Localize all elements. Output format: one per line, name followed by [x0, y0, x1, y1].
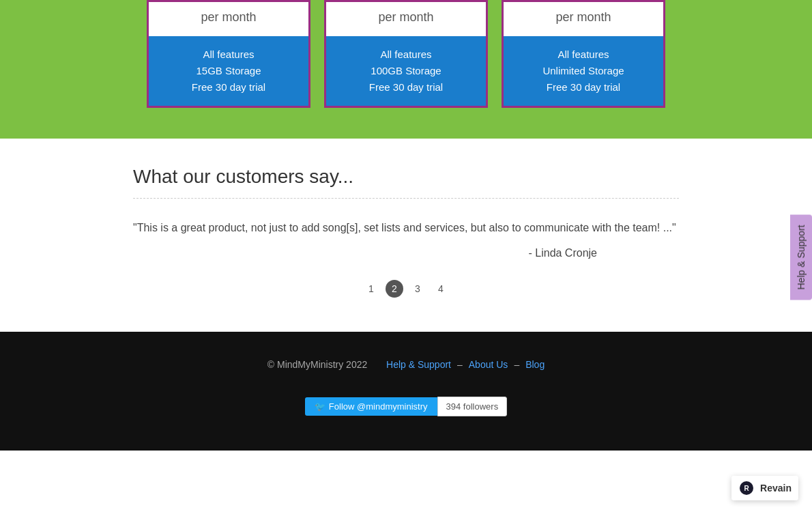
- footer-link-blog[interactable]: Blog: [525, 359, 545, 373]
- footer-separator-1: –: [454, 359, 465, 373]
- pricing-cards-wrapper: per month All features 15GB Storage Free…: [133, 0, 679, 122]
- testimonial-wrapper: What our customers say... "This is a gre…: [119, 139, 693, 332]
- twitter-follower-count: 394 followers: [437, 397, 508, 416]
- pricing-card-3-top: per month: [504, 2, 663, 36]
- pricing-card-2-features: All features: [336, 46, 476, 63]
- testimonial-author: - Linda Cronje: [133, 247, 679, 259]
- testimonial-title: What our customers say...: [133, 166, 679, 188]
- footer: © MindMyMinistry 2022 Help & Support – A…: [0, 332, 812, 451]
- pricing-card-2-per-month: per month: [378, 10, 433, 25]
- content-area: What our customers say... "This is a gre…: [0, 139, 812, 332]
- pricing-card-3-storage: Unlimited Storage: [514, 63, 653, 79]
- pricing-card-1-features: All features: [159, 46, 298, 63]
- footer-copyright: © MindMyMinistry 2022: [267, 359, 367, 370]
- pagination: 1 2 3 4: [133, 280, 679, 298]
- pricing-card-1-trial: Free 30 day trial: [159, 79, 298, 96]
- testimonial-divider: [133, 198, 679, 199]
- pricing-card-2-trial: Free 30 day trial: [336, 79, 476, 96]
- pricing-card-3: per month All features Unlimited Storage…: [502, 0, 665, 108]
- pricing-card-1-per-month: per month: [201, 10, 256, 25]
- pagination-page-1[interactable]: 1: [362, 280, 380, 298]
- pagination-page-4[interactable]: 4: [432, 280, 450, 298]
- pricing-card-3-bottom: All features Unlimited Storage Free 30 d…: [504, 36, 663, 106]
- twitter-follow-text: Follow @mindmyministry: [329, 401, 428, 412]
- pricing-card-1-storage: 15GB Storage: [159, 63, 298, 79]
- pricing-card-2-top: per month: [326, 2, 486, 36]
- twitter-bird-icon: 🐦: [315, 401, 325, 412]
- twitter-widget: 🐦 Follow @mindmyministry 394 followers: [305, 397, 507, 416]
- pricing-card-2: per month All features 100GB Storage Fre…: [324, 0, 488, 108]
- footer-link-about[interactable]: About Us: [469, 359, 508, 373]
- pricing-card-3-per-month: per month: [555, 10, 611, 25]
- testimonial-quote: "This is a great product, not just to ad…: [133, 219, 679, 237]
- pricing-card-3-features: All features: [514, 46, 653, 63]
- pricing-card-2-storage: 100GB Storage: [336, 63, 476, 79]
- footer-separator-2: –: [511, 359, 522, 373]
- pricing-card-3-trial: Free 30 day trial: [514, 79, 653, 96]
- help-support-sidebar[interactable]: Help & Support: [790, 214, 812, 300]
- pricing-card-1: per month All features 15GB Storage Free…: [147, 0, 310, 108]
- pricing-card-1-top: per month: [149, 2, 308, 36]
- footer-link-help[interactable]: Help & Support: [386, 359, 451, 373]
- pagination-page-2[interactable]: 2: [386, 280, 403, 298]
- footer-links: © MindMyMinistry 2022 Help & Support – A…: [14, 359, 798, 373]
- twitter-follow-button[interactable]: 🐦 Follow @mindmyministry: [305, 397, 437, 416]
- pagination-page-3[interactable]: 3: [409, 280, 426, 298]
- pricing-card-2-bottom: All features 100GB Storage Free 30 day t…: [326, 36, 486, 106]
- pricing-card-1-bottom: All features 15GB Storage Free 30 day tr…: [149, 36, 308, 106]
- pricing-section: per month All features 15GB Storage Free…: [0, 0, 812, 139]
